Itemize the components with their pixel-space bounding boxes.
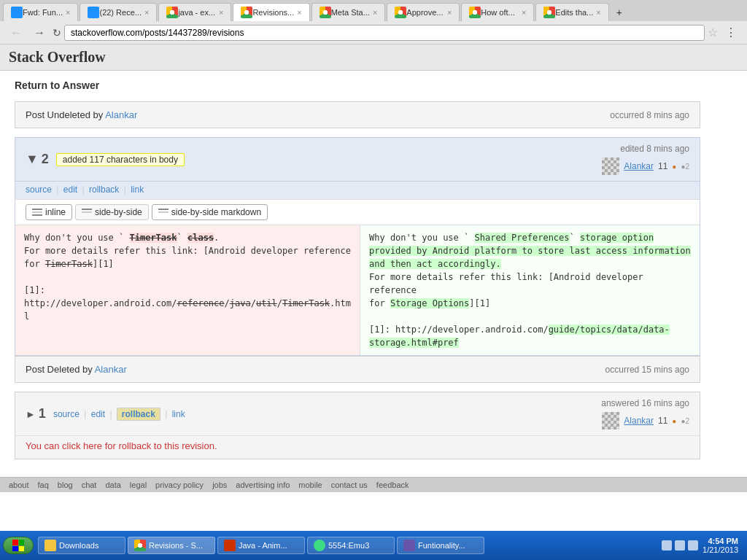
tab-close-howoft[interactable]: × [522,8,526,17]
tab-favicon-edits [543,7,555,18]
tab-approve[interactable]: Approve... × [387,3,460,21]
tab-close-edits[interactable]: × [596,8,600,17]
diff-left-line2: For more details refer this link: [Andro… [24,244,351,257]
revision-2-number: ▼ 2 [26,152,49,167]
settings-icon[interactable]: ⋮ [721,24,741,41]
deleted-class: class [187,233,214,243]
forward-button[interactable]: → [29,25,50,41]
collapse-arrow-icon[interactable]: ▼ [26,152,39,167]
inline-label: inline [45,207,66,217]
tab-howoft[interactable]: How oft... × [461,3,534,21]
refresh-button[interactable]: ↻ [53,27,61,39]
delete-action-text: Post Deleted by Alankar [26,364,127,375]
tab-close-java[interactable]: × [219,8,223,17]
footer-privacy[interactable]: privacy policy [155,481,204,489]
revision-2-user-card: Alankar 11 ● ●2 [602,158,689,175]
diff-left-line5: [1]: [24,284,351,297]
side-by-side-md-icon [158,209,169,216]
sep2: | [80,184,87,195]
undelete-user-link[interactable]: Alankar [105,109,137,120]
side-by-side-md-label: side-by-side markdown [171,207,261,217]
revision-2-header: ▼ 2 added 117 characters in body edited … [15,138,700,181]
meta-sep3: | [163,409,170,419]
footer-chat[interactable]: chat [82,481,97,489]
revision-2-source-link[interactable]: source [26,184,52,195]
delete-label: Post Deleted [26,364,80,375]
footer-feedback[interactable]: feedback [376,481,409,489]
revision-1-answered-label: answered 16 mins ago [601,398,689,408]
revision-1-source-link[interactable]: source [53,409,80,419]
side-by-side-diff-button[interactable]: side-by-side [75,204,149,220]
return-to-answer-link[interactable]: Return to Answer [15,79,700,91]
footer-faq[interactable]: faq [38,481,49,489]
page-content: Return to Answer Post Undeleted by Alank… [0,71,715,477]
back-button[interactable]: ← [6,25,26,41]
revision-2-link[interactable]: link [131,184,144,195]
added-storage-html: storage.html#pref [369,338,459,348]
diff-left-line1: Why don't you use ` TimerTask` class. [24,231,351,244]
undelete-time: occurred 8 mins ago [610,110,689,120]
tab-bar: Fwd: Fun... × (22) Rece... × java - ex..… [0,0,747,21]
tab-title-fwd: Fwd: Fun... [23,8,63,17]
tab-title-meta: Meta Sta... [331,8,370,17]
diff-right-line7: [1]: http://developer.android.com/guide/… [369,323,691,336]
tab-favicon-howoft [469,7,481,18]
tab-rece[interactable]: (22) Rece... × [80,3,157,21]
delete-by-label: by [82,364,93,375]
revision-1-avatar [602,412,619,429]
tab-title-revisions: Revisions... [252,8,294,17]
footer-legal[interactable]: legal [130,481,147,489]
footer-advertising[interactable]: advertising info [236,481,290,489]
revision-1-badge-orange: ● [672,417,676,425]
revision-1-link[interactable]: link [172,409,185,419]
footer-about[interactable]: about [9,481,29,489]
side-by-side-md-button[interactable]: side-by-side markdown [152,204,268,220]
revision-2-edit-link[interactable]: edit [63,184,77,195]
tab-favicon-meta [320,7,331,18]
footer-mobile[interactable]: mobile [298,481,322,489]
revision-1-box: ► 1 source | edit | rollback | link answ… [15,392,700,459]
revision-2-rollback-link[interactable]: rollback [89,184,119,195]
revision-2-rep: 11 [658,161,667,171]
address-bar[interactable] [64,25,705,41]
tab-close-revisions[interactable]: × [297,8,301,17]
footer-contact[interactable]: contact us [331,481,368,489]
tab-revisions[interactable]: Revisions... × [233,3,309,21]
revision-1-number: ► 1 [26,406,46,421]
tab-close-rece[interactable]: × [144,8,149,17]
navigation-bar: ← → ↻ ☆ ⋮ [0,21,747,44]
inline-diff-button[interactable]: inline [26,204,72,220]
tab-title-approve: Approve... [406,8,444,17]
delete-time: occurred 15 mins ago [605,365,689,375]
revision-1-edit-link[interactable]: edit [91,409,105,419]
delete-user-link[interactable]: Alankar [95,364,127,375]
diff-left-pane: Why don't you use ` TimerTask` class. Fo… [15,225,360,355]
tab-meta[interactable]: Meta Sta... × [311,3,386,21]
revision-1-meta-links: source | edit | rollback | link [53,409,185,419]
deleted-url4: TimerTask [282,298,330,308]
footer-jobs[interactable]: jobs [212,481,227,489]
diff-right-pane: Why don't you use ` Shared Preferences` … [360,225,700,355]
revision-1-rep: 11 [658,416,667,426]
added-sharedprefs: Shared Preferences [475,233,570,243]
tab-close-fwd[interactable]: × [66,8,70,17]
bookmark-button[interactable]: ☆ [708,26,718,39]
tab-close-approve[interactable]: × [447,8,452,17]
tab-edits[interactable]: Edits tha... × [535,3,608,21]
new-tab-button[interactable]: + [611,4,628,21]
tab-close-meta[interactable]: × [373,8,377,17]
deleted-url2: java [230,298,251,308]
and-text: and [369,259,385,269]
revision-1-user-link[interactable]: Alankar [624,416,654,426]
footer-data[interactable]: data [105,481,120,489]
footer-blog[interactable]: blog [58,481,73,489]
revision-1-rollback-link[interactable]: rollback [117,408,160,421]
tab-title-java: java - ex... [178,8,216,17]
revision-2-user-link[interactable]: Alankar [624,161,654,171]
site-title: Stack Overflow [9,49,106,66]
expand-arrow-icon[interactable]: ► [26,408,36,420]
sep1: | [54,184,61,195]
tab-java[interactable]: java - ex... × [158,3,231,21]
revision-2-num-label: 2 [42,152,49,167]
tab-fwd[interactable]: Fwd: Fun... × [3,3,78,21]
